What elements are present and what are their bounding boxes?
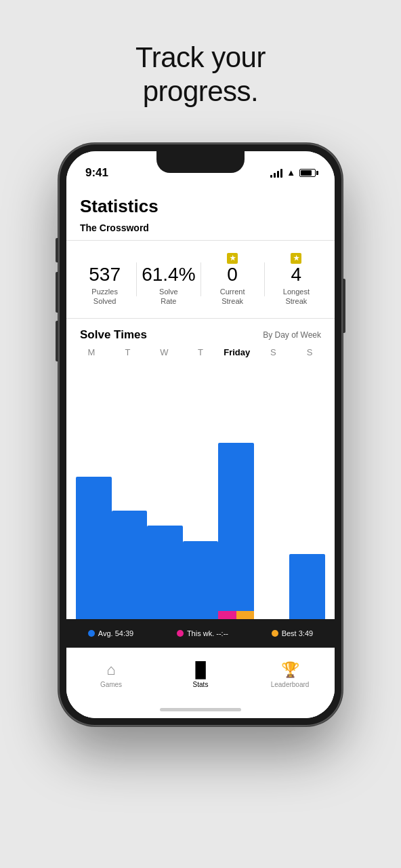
legend-bar: Avg. 54:39 This wk. --:-- Best 3:49 <box>66 619 335 648</box>
day-label-fri: Friday <box>219 347 255 357</box>
legend-text-avg: Avg. 54:39 <box>98 629 133 637</box>
legend-text-week: This wk. --:-- <box>187 629 228 637</box>
stats-row: 537 PuzzlesSolved 61.4% SolveRate ★ 0 Cu… <box>66 241 335 319</box>
stat-number-puzzles: 537 <box>89 265 121 284</box>
bar-thu <box>183 541 219 618</box>
home-bar <box>160 708 241 711</box>
wifi-icon: ▲ <box>287 167 295 178</box>
day-label-wed: W <box>146 347 182 357</box>
bar-group-wed <box>147 360 183 618</box>
battery-fill <box>301 170 312 176</box>
section-label: The Crossword <box>66 220 335 241</box>
home-indicator <box>66 702 335 718</box>
legend-dot-week <box>177 630 184 637</box>
solve-times-header: Solve Times By Day of Week <box>66 319 335 342</box>
legend-avg: Avg. 54:39 <box>88 629 133 637</box>
battery-icon <box>299 169 316 177</box>
stat-number-rate: 61.4% <box>142 265 195 284</box>
stat-label-puzzles: PuzzlesSolved <box>91 287 118 307</box>
bar-group-mon <box>76 360 112 618</box>
stat-label-rate: SolveRate <box>159 287 178 307</box>
legend-dot-best <box>272 630 278 637</box>
signal-bar-1 <box>270 175 272 178</box>
day-labels: M T W T Friday S S <box>66 342 335 360</box>
chart-container <box>66 360 335 618</box>
bar-wed <box>147 526 183 618</box>
nav-item-stats[interactable]: ▐▌ Stats <box>156 661 245 688</box>
stat-label-current: CurrentStreak <box>220 287 245 307</box>
day-label-sat: S <box>255 347 292 357</box>
stat-solve-rate: 61.4% SolveRate <box>137 253 200 307</box>
stat-puzzles-solved: 537 PuzzlesSolved <box>73 253 136 307</box>
day-label-sun: S <box>291 347 328 357</box>
stat-current-streak: ★ 0 CurrentStreak <box>201 253 264 307</box>
bar-group-sun <box>289 360 325 618</box>
bar-mon <box>76 477 112 619</box>
bar-sun <box>289 554 325 618</box>
bottom-nav: ⌂ Games ▐▌ Stats 🏆 Leaderboard <box>66 648 335 702</box>
bar-group-thu <box>183 360 219 618</box>
page-title: Statistics <box>66 185 335 220</box>
stats-icon: ▐▌ <box>190 661 211 679</box>
stat-longest-streak: ★ 4 LongestStreak <box>265 253 328 307</box>
volume-down-button <box>56 321 58 361</box>
legend-this-week: This wk. --:-- <box>177 629 228 637</box>
stat-label-longest: LongestStreak <box>283 287 310 307</box>
day-label-tue: T <box>110 347 146 357</box>
signal-bar-3 <box>277 171 279 178</box>
legend-dot-avg <box>88 630 95 637</box>
legend-best: Best 3:49 <box>272 629 313 637</box>
legend-text-best: Best 3:49 <box>282 629 313 637</box>
mute-button <box>56 238 58 262</box>
status-icons: ▲ <box>270 167 316 178</box>
current-streak-star: ★ <box>227 253 238 264</box>
bar-group-fri <box>218 360 254 618</box>
star-spacer-2 <box>167 253 170 264</box>
signal-bar-2 <box>274 173 276 178</box>
phone-screen: 9:41 ▲ Statistics The Crossword <box>66 151 335 718</box>
volume-up-button <box>56 272 58 313</box>
power-button <box>343 279 345 333</box>
bar-marker-pink <box>218 611 236 619</box>
bar-marker-gold <box>236 611 254 619</box>
nav-item-leaderboard[interactable]: 🏆 Leaderboard <box>245 661 335 688</box>
bar-fri <box>218 443 254 611</box>
phone-mockup: 9:41 ▲ Statistics The Crossword <box>58 143 343 726</box>
headline: Track your progress. <box>135 41 266 109</box>
star-badge-current: ★ <box>227 253 238 264</box>
status-time: 9:41 <box>85 166 108 180</box>
bar-group-sat <box>254 360 290 618</box>
solve-times-filter: By Day of Week <box>263 330 321 340</box>
headline-line2: progress. <box>143 75 259 107</box>
headline-line1: Track your <box>135 41 266 73</box>
bar-group-tue <box>112 360 148 618</box>
nav-label-games: Games <box>100 681 122 688</box>
star-spacer-1 <box>104 253 106 264</box>
solve-times-title: Solve Times <box>80 328 147 342</box>
stat-number-current: 0 <box>227 265 238 284</box>
chart-area <box>73 360 328 618</box>
games-icon: ⌂ <box>106 661 115 679</box>
screen-content: Statistics The Crossword 537 PuzzlesSolv… <box>66 185 335 718</box>
nav-label-stats: Stats <box>193 681 209 688</box>
day-label-mon: M <box>73 347 110 357</box>
nav-label-leaderboard: Leaderboard <box>271 681 310 688</box>
stat-number-longest: 4 <box>291 265 302 284</box>
day-label-thu: T <box>182 347 219 357</box>
signal-bar-4 <box>280 169 282 178</box>
notch <box>156 151 245 173</box>
leaderboard-icon: 🏆 <box>281 661 299 679</box>
nav-item-games[interactable]: ⌂ Games <box>66 661 156 688</box>
bar-tue <box>112 511 148 619</box>
star-badge-longest: ★ <box>291 253 301 264</box>
longest-streak-star: ★ <box>291 253 301 264</box>
signal-icon <box>270 168 282 178</box>
